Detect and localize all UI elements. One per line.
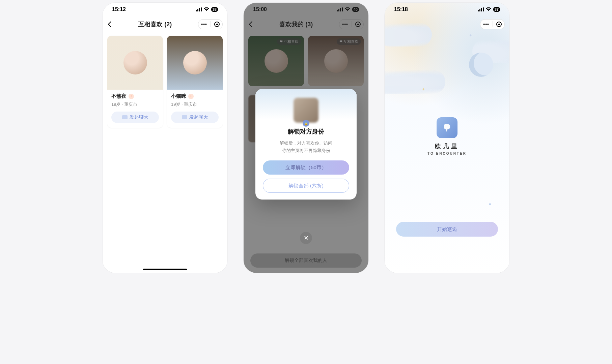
user-name: 不熬夜 [111, 93, 127, 99]
moon-icon [469, 53, 493, 77]
miniprogram-capsule[interactable]: ••• [480, 19, 505, 29]
svg-rect-10 [481, 8, 482, 11]
back-button[interactable] [107, 21, 112, 28]
close-target-icon[interactable] [496, 22, 502, 27]
gender-female-icon: ♀ [188, 94, 194, 99]
unlock-now-button[interactable]: 立即解锁（50币） [263, 160, 349, 175]
star-decoration: ✦ [422, 87, 425, 92]
user-meta: 19岁 · 重庆市 [111, 101, 159, 108]
start-chat-button[interactable]: 发起聊天 [111, 112, 159, 123]
cloud-decoration [385, 70, 445, 94]
svg-rect-2 [199, 8, 200, 11]
nav-bar: 互相喜欢 (2) ••• [103, 16, 227, 32]
user-card-grid: 不熬夜 ♀ 19岁 · 重庆市 发起聊天 小猫咪 ♀ [103, 32, 227, 131]
signal-icon [478, 7, 484, 11]
modal-description: 解锁后，对方喜欢你、访问 你的主页将不再隐藏身份 [263, 140, 349, 154]
gender-female-icon: ♀ [129, 94, 134, 99]
svg-rect-11 [483, 7, 484, 11]
chevron-left-icon [107, 21, 112, 28]
user-card[interactable]: 不熬夜 ♀ 19岁 · 重庆市 发起聊天 [107, 36, 163, 128]
svg-rect-1 [197, 9, 198, 11]
start-chat-button[interactable]: 发起聊天 [171, 112, 219, 123]
user-photo[interactable] [167, 36, 223, 90]
close-target-icon[interactable] [214, 22, 220, 27]
nav-bar: ••• [385, 16, 509, 32]
unlock-modal: 🔒 解锁对方身份 解锁后，对方喜欢你、访问 你的主页将不再隐藏身份 立即解锁（5… [255, 89, 357, 200]
more-icon[interactable]: ••• [483, 22, 489, 27]
start-encounter-button[interactable]: 开始邂逅 [396, 222, 498, 237]
modal-header [255, 89, 357, 119]
status-bar: 15:18 37 [385, 3, 509, 16]
battery-icon: 38 [211, 7, 218, 12]
status-time: 15:12 [112, 6, 126, 12]
status-icons: 38 [196, 7, 218, 12]
star-decoration: ✦ [469, 33, 472, 38]
user-meta: 19岁 · 重庆市 [171, 101, 219, 108]
close-icon: ✕ [304, 234, 309, 242]
brand-name-en: TO ENCOUNTER [427, 152, 467, 155]
screen-likes-me: 15:00 40 喜欢我的 (3) ••• [244, 3, 368, 273]
status-time: 15:18 [394, 6, 408, 12]
user-card[interactable]: 小猫咪 ♀ 19岁 · 重庆市 发起聊天 [167, 36, 223, 128]
svg-rect-9 [479, 9, 480, 11]
star-decoration: ● [489, 202, 491, 206]
home-indicator[interactable] [143, 269, 187, 270]
screen-mutual-likes: 15:12 38 互相喜欢 (2) ••• 不熬夜 ♀ [103, 3, 227, 273]
lock-icon: 🔒 [303, 120, 309, 127]
brand-name-cn: 欧几里 [427, 142, 467, 150]
wifi-icon [486, 7, 491, 11]
user-name: 小猫咪 [171, 93, 186, 99]
svg-rect-8 [478, 10, 479, 11]
modal-title: 解锁对方身份 [263, 127, 349, 135]
signal-icon [196, 7, 202, 11]
status-bar: 15:12 38 [103, 3, 227, 16]
svg-rect-3 [201, 7, 202, 11]
user-photo[interactable] [107, 36, 163, 90]
modal-close-button[interactable]: ✕ [300, 232, 312, 244]
svg-rect-0 [196, 10, 197, 11]
brand-block: 欧几里 TO ENCOUNTER [427, 117, 467, 155]
more-icon[interactable]: ••• [201, 22, 207, 27]
wifi-icon [204, 7, 209, 11]
page-title: 互相喜欢 (2) [112, 20, 198, 28]
screen-splash: ✦ ✦ ● 15:18 37 ••• 欧几里 TO ENCOUNTER 开始邂逅 [385, 3, 509, 273]
app-logo-icon [437, 117, 457, 138]
chat-icon [122, 115, 128, 119]
chat-icon [182, 115, 187, 119]
battery-icon: 37 [493, 7, 500, 12]
locked-avatar [294, 98, 318, 123]
miniprogram-capsule[interactable]: ••• [198, 19, 223, 29]
status-icons: 37 [478, 7, 500, 12]
unlock-all-discount-button[interactable]: 解锁全部 (六折) [263, 179, 349, 193]
